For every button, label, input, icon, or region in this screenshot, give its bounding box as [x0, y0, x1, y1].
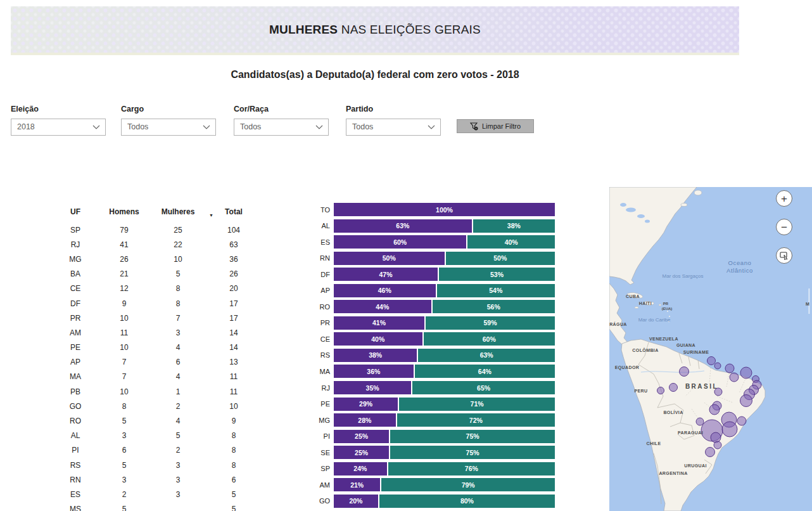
map-bubble[interactable] — [669, 384, 678, 392]
table-row[interactable]: AL358 — [51, 429, 260, 443]
table-row[interactable]: PR10717 — [51, 311, 260, 325]
map-bubble[interactable] — [714, 388, 722, 396]
bar-segment-mulheres[interactable]: 29% — [334, 398, 398, 411]
map-bubble[interactable] — [657, 387, 664, 394]
bar-segment-homens[interactable]: 79% — [381, 478, 555, 491]
map-box-select-button[interactable] — [776, 247, 792, 264]
map-bubble[interactable] — [711, 432, 721, 443]
cargo-dropdown[interactable]: Todos — [121, 119, 216, 136]
bar-segment-homens[interactable]: 72% — [397, 413, 555, 427]
table-cell: 3 — [148, 461, 208, 470]
bar-segment-homens[interactable]: 76% — [388, 462, 555, 475]
map-bubble[interactable] — [714, 363, 721, 369]
table-row[interactable]: ES235 — [51, 487, 260, 501]
map-bubble[interactable] — [706, 448, 715, 457]
bar-segment-homens[interactable]: 63% — [418, 349, 555, 362]
column-header-mulheres[interactable]: Mulheres — [148, 207, 208, 216]
table-row[interactable]: PB10111 — [51, 384, 260, 399]
map-bubble[interactable] — [722, 422, 737, 437]
bar-segment-mulheres[interactable]: 50% — [334, 252, 445, 265]
table-row[interactable]: SP7925104 — [51, 223, 260, 237]
table-cell: 21 — [100, 269, 148, 278]
bar-segment-mulheres[interactable]: 40% — [334, 332, 422, 346]
map-bubble[interactable] — [730, 373, 739, 382]
table-row[interactable]: RS538 — [51, 458, 260, 472]
bar-segment-homens[interactable]: 40% — [467, 235, 555, 249]
table-row[interactable]: DF9817 — [51, 296, 260, 311]
table-row[interactable]: AM11314 — [51, 325, 260, 340]
chart-category-label: GO — [314, 497, 334, 505]
column-header-uf[interactable]: UF — [51, 207, 100, 216]
table-row[interactable]: CE12820 — [51, 281, 260, 296]
bar-segment-mulheres[interactable]: 20% — [334, 495, 378, 508]
bar-segment-homens[interactable]: 56% — [433, 300, 555, 313]
bar-segment-homens[interactable]: 53% — [439, 268, 555, 281]
partido-dropdown[interactable]: Todos — [346, 119, 441, 136]
map-bubble[interactable] — [740, 395, 752, 407]
bar-segment-homens[interactable]: 38% — [473, 219, 555, 233]
bar-segment-homens[interactable]: 60% — [424, 332, 555, 346]
map-bubble[interactable] — [725, 364, 734, 373]
column-header-homens[interactable]: Homens — [100, 207, 148, 216]
table-row[interactable]: MA7411 — [51, 370, 260, 384]
table-cell: 3 — [148, 475, 208, 484]
table-row[interactable]: BA21526 — [51, 267, 260, 281]
table-row[interactable]: RO549 — [51, 413, 260, 428]
chart-row: AL63%38% — [314, 219, 555, 233]
table-row[interactable]: GO8210 — [51, 399, 260, 413]
bar-segment-homens[interactable]: 64% — [415, 365, 555, 378]
bar-segment-mulheres[interactable]: 41% — [334, 316, 424, 330]
bar-segment-homens[interactable]: 54% — [437, 284, 555, 297]
table-row[interactable]: PI628 — [51, 443, 260, 458]
chart-row: GO20%80% — [314, 495, 555, 508]
column-header-total[interactable]: Total — [208, 207, 260, 216]
sort-descending-icon[interactable]: ▼ — [209, 213, 213, 217]
table-row[interactable]: PE10414 — [51, 340, 260, 355]
bar-segment-homens[interactable]: 80% — [379, 495, 555, 508]
bar-segment-homens[interactable]: 50% — [446, 252, 555, 265]
report-page: MULHERES NAS ELEIÇÕES GERAIS Candidatos(… — [0, 0, 812, 511]
bar-segment-mulheres[interactable]: 47% — [334, 268, 438, 281]
bar-segment-homens[interactable]: 71% — [399, 398, 555, 411]
map-zoom-in-button[interactable]: + — [776, 190, 792, 207]
bar-segment-mulheres[interactable]: 38% — [334, 349, 417, 362]
table-row[interactable]: RJ412263 — [51, 237, 260, 252]
map-bubble[interactable] — [707, 357, 716, 365]
map-bubble[interactable] — [680, 367, 689, 377]
chart-category-label: RN — [314, 254, 334, 262]
table-cell: 3 — [148, 490, 208, 499]
table-row[interactable]: MS55 — [51, 502, 260, 511]
bar-segment-mulheres[interactable]: 100% — [334, 203, 555, 216]
bar-segment-mulheres[interactable]: 36% — [334, 365, 414, 378]
map-bubble[interactable] — [696, 418, 704, 425]
bar-segment-mulheres[interactable]: 28% — [334, 413, 396, 427]
brazil-bubble-map[interactable]: OceanoAtlânticoMar dos SargaçosCUBAHAITI… — [609, 187, 812, 511]
table-cell: 13 — [208, 358, 260, 366]
bar-segment-mulheres[interactable]: 63% — [334, 219, 472, 233]
clear-filter-button[interactable]: Limpar Filtro — [457, 119, 534, 133]
cor-raca-dropdown[interactable]: Todos — [234, 119, 329, 136]
map-zoom-out-button[interactable]: − — [776, 219, 792, 235]
map-bubble[interactable] — [709, 404, 720, 415]
bar-segment-mulheres[interactable]: 46% — [334, 284, 436, 297]
bar-segment-homens[interactable]: 59% — [426, 316, 555, 330]
bar-segment-homens[interactable]: 75% — [390, 430, 555, 443]
map-bubble[interactable] — [714, 441, 721, 449]
bar-segment-mulheres[interactable]: 60% — [334, 235, 466, 249]
table-row[interactable]: AP7613 — [51, 355, 260, 370]
box-select-icon — [780, 251, 789, 260]
table-row[interactable]: MG261036 — [51, 252, 260, 266]
bar-segment-mulheres[interactable]: 21% — [334, 478, 380, 491]
map-bubble[interactable] — [737, 417, 746, 425]
bar-segment-mulheres[interactable]: 25% — [334, 446, 389, 459]
clear-filter-label: Limpar Filtro — [482, 122, 521, 130]
bar-segment-mulheres[interactable]: 24% — [334, 462, 387, 475]
eleicao-dropdown[interactable]: 2018 — [11, 119, 106, 136]
bar-segment-homens[interactable]: 65% — [412, 381, 555, 394]
bar-segment-mulheres[interactable]: 35% — [334, 381, 411, 394]
map-bubble[interactable] — [740, 367, 752, 378]
bar-segment-mulheres[interactable]: 25% — [334, 430, 389, 443]
table-row[interactable]: RN336 — [51, 472, 260, 487]
bar-segment-mulheres[interactable]: 44% — [334, 300, 431, 313]
bar-segment-homens[interactable]: 75% — [390, 446, 555, 459]
